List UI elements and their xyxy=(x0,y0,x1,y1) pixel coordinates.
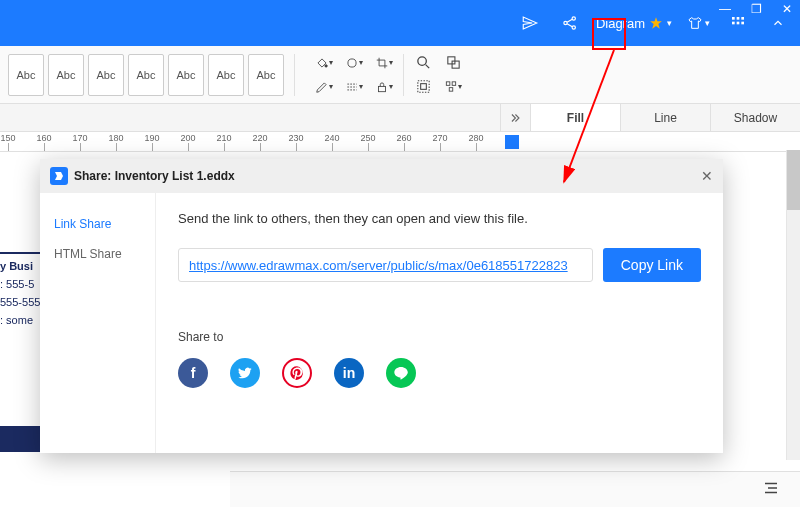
svg-rect-7 xyxy=(737,22,740,25)
svg-point-1 xyxy=(572,17,575,20)
linkedin-icon[interactable]: in xyxy=(334,358,364,388)
line-icon[interactable] xyxy=(386,358,416,388)
svg-rect-15 xyxy=(417,81,428,92)
horizontal-ruler: 1501601701801902002102202302402502602702… xyxy=(0,132,800,152)
svg-rect-11 xyxy=(379,86,386,91)
share-link-field[interactable]: https://www.edrawmax.com/server/public/s… xyxy=(178,248,593,282)
pen-icon[interactable]: ▾ xyxy=(315,78,333,96)
send-icon[interactable] xyxy=(516,9,544,37)
shape-icon[interactable]: ▾ xyxy=(345,54,363,72)
ruler-marker[interactable] xyxy=(505,135,519,149)
svg-rect-6 xyxy=(732,22,735,25)
close-window-button[interactable]: ✕ xyxy=(782,2,792,16)
crop-icon[interactable]: ▾ xyxy=(375,54,393,72)
svg-point-12 xyxy=(417,57,426,66)
window-controls: — ❐ ✕ xyxy=(719,2,792,16)
document-preview-strip: y Busi : 555-5 555-555 : some xyxy=(0,252,40,452)
maximize-button[interactable]: ❐ xyxy=(751,2,762,16)
doc-line: 555-555 xyxy=(0,296,40,308)
panel-collapse-handle[interactable] xyxy=(500,104,530,131)
svg-rect-5 xyxy=(741,17,744,20)
text-style-option[interactable]: Abc xyxy=(88,54,124,96)
replace-icon[interactable] xyxy=(444,54,462,72)
svg-rect-14 xyxy=(452,61,459,68)
doc-title-fragment: y Busi xyxy=(0,252,40,272)
fill-bucket-icon[interactable]: ▾ xyxy=(315,54,333,72)
text-style-option[interactable]: Abc xyxy=(48,54,84,96)
svg-point-10 xyxy=(348,58,356,66)
svg-point-2 xyxy=(572,26,575,29)
dialog-close-button[interactable]: ✕ xyxy=(701,168,713,184)
title-bar: Diagram ▾ ▾ xyxy=(0,0,800,46)
pinterest-icon[interactable] xyxy=(282,358,312,388)
svg-rect-3 xyxy=(732,17,735,20)
app-logo-icon xyxy=(50,167,68,185)
dialog-header: Share: Inventory List 1.eddx ✕ xyxy=(40,159,723,193)
scrollbar-thumb[interactable] xyxy=(787,150,800,210)
svg-rect-8 xyxy=(741,22,744,25)
share-description: Send the link to others, then they can o… xyxy=(178,211,701,226)
select-all-icon[interactable] xyxy=(414,78,432,96)
tab-shadow[interactable]: Shadow xyxy=(710,104,800,131)
align-icon[interactable] xyxy=(762,479,780,500)
copy-link-button[interactable]: Copy Link xyxy=(603,248,701,282)
text-style-option[interactable]: Abc xyxy=(128,54,164,96)
share-link-url[interactable]: https://www.edrawmax.com/server/public/s… xyxy=(189,258,568,273)
dialog-title: Share: Inventory List 1.eddx xyxy=(74,169,235,183)
svg-point-0 xyxy=(564,21,567,24)
text-style-option[interactable]: Abc xyxy=(248,54,284,96)
line-style-icon[interactable]: ▾ xyxy=(345,78,363,96)
minimize-button[interactable]: — xyxy=(719,2,731,16)
text-style-option[interactable]: Abc xyxy=(208,54,244,96)
text-style-group: Abc Abc Abc Abc Abc Abc Abc xyxy=(8,54,284,96)
dialog-sidebar: Link Share HTML Share xyxy=(40,193,156,453)
svg-rect-17 xyxy=(446,82,450,86)
components-icon[interactable]: ▾ xyxy=(444,78,462,96)
svg-rect-16 xyxy=(420,84,426,90)
doc-header-bar xyxy=(0,426,40,452)
twitter-icon[interactable] xyxy=(230,358,260,388)
tshirt-icon[interactable]: ▾ xyxy=(684,9,712,37)
premium-icon xyxy=(649,16,663,30)
tab-line[interactable]: Line xyxy=(620,104,710,131)
dialog-main: Send the link to others, then they can o… xyxy=(156,193,723,453)
doc-line: : some xyxy=(0,314,40,326)
svg-rect-4 xyxy=(737,17,740,20)
doc-line: : 555-5 xyxy=(0,278,40,290)
social-icons-row: f in xyxy=(178,358,701,388)
panel-tabs: Fill Line Shadow xyxy=(0,104,800,132)
sidebar-item-html-share[interactable]: HTML Share xyxy=(48,239,147,269)
chevron-down-icon: ▾ xyxy=(667,18,672,28)
svg-point-9 xyxy=(325,64,327,66)
vertical-scrollbar[interactable] xyxy=(786,150,800,460)
annotation-highlight-box xyxy=(592,18,626,50)
share-to-label: Share to xyxy=(178,330,701,344)
status-bar xyxy=(230,471,800,507)
svg-rect-13 xyxy=(447,57,454,64)
ribbon-toolbar: Abc Abc Abc Abc Abc Abc Abc ▾ ▾ ▾ ▾ ▾ ▾ … xyxy=(0,46,800,104)
facebook-icon[interactable]: f xyxy=(178,358,208,388)
search-icon[interactable] xyxy=(414,54,432,72)
svg-rect-18 xyxy=(452,82,456,86)
tab-fill[interactable]: Fill xyxy=(530,104,620,131)
sidebar-item-link-share[interactable]: Link Share xyxy=(48,209,147,239)
svg-rect-19 xyxy=(449,88,453,92)
share-icon[interactable] xyxy=(556,9,584,37)
text-style-option[interactable]: Abc xyxy=(168,54,204,96)
canvas-area: y Busi : 555-5 555-555 : some Share: Inv… xyxy=(0,152,800,507)
lock-icon[interactable]: ▾ xyxy=(375,78,393,96)
share-dialog: Share: Inventory List 1.eddx ✕ Link Shar… xyxy=(40,159,723,453)
text-style-option[interactable]: Abc xyxy=(8,54,44,96)
